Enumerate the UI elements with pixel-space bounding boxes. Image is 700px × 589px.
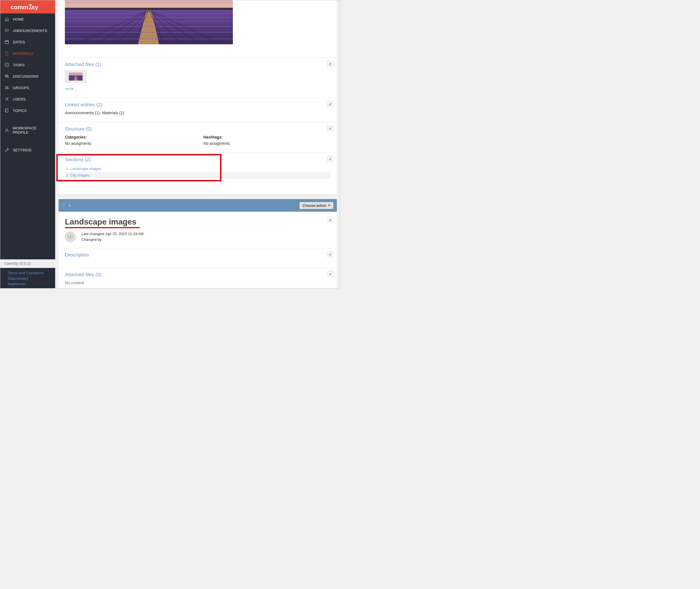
brand-logo[interactable]: comm sy	[0, 0, 55, 13]
svg-point-6	[6, 98, 7, 99]
edit-linked-button[interactable]	[327, 101, 333, 107]
sidebar-item-workspace-profile[interactable]: WORKSPACE PROFILE	[0, 123, 55, 138]
sidebar-item-announcements[interactable]: ANNOUNCEMENTS	[0, 25, 55, 36]
version-bar: CommSy 10.0.13	[0, 259, 55, 268]
sidebar-item-label: TASKS	[13, 63, 25, 67]
check-icon	[4, 62, 9, 67]
edit-structure-button[interactable]	[327, 125, 333, 132]
file-icon	[4, 51, 9, 56]
sidebar-item-label: GROUPS	[13, 86, 29, 90]
sidebar-item-topics[interactable]: TOPICS	[0, 105, 55, 116]
groups-icon	[4, 85, 9, 90]
sidebar-item-tasks[interactable]: TASKS	[0, 59, 55, 70]
attached-heading: Attached files (1)	[65, 62, 331, 67]
sidebar-item-label: DATES	[13, 40, 25, 44]
main-content: Attached files (1) more... Linked entrie…	[55, 0, 340, 288]
sidebar-item-home[interactable]: HOME	[0, 13, 55, 25]
last-changed: Last changed: Apr 25, 2023 11:19 AM	[81, 231, 144, 237]
changed-by: Changed by:	[81, 237, 144, 242]
edit-sub-attached-button[interactable]	[327, 271, 333, 277]
expand-down-icon[interactable]	[68, 203, 72, 207]
svg-point-5	[7, 86, 8, 87]
section-title-block: Landscape images	[58, 212, 337, 230]
sidebar-item-label: SETTINGS	[13, 148, 31, 152]
section-linked-entries: Linked entries (2) Announcements (1), Ma…	[58, 98, 337, 122]
svg-rect-2	[5, 40, 9, 44]
sidebar-item-label: TOPICS	[13, 109, 27, 113]
file-thumbnail[interactable]	[65, 70, 86, 83]
sidebar-item-materials[interactable]: MATERIALS	[0, 48, 55, 59]
section-detail-panel: Choose action Landscape images LD Last c…	[58, 199, 337, 288]
speech-icon	[4, 28, 9, 33]
edit-title-button[interactable]	[327, 217, 333, 223]
sidebar-item-groups[interactable]: GROUPS	[0, 82, 55, 93]
section-detail-toolbar: Choose action	[58, 199, 337, 212]
sidebar-item-dates[interactable]: DATES	[0, 36, 55, 48]
sub-attached-heading: Attached files (0)	[65, 272, 331, 278]
calendar-icon	[4, 40, 9, 44]
wrench-icon	[4, 148, 9, 152]
edit-description-button[interactable]	[327, 251, 333, 257]
book-icon	[4, 108, 9, 113]
section-structure: Structure (0) Categories: No assigments …	[58, 122, 337, 153]
description-heading: Description	[65, 252, 331, 258]
sidebar-item-label: ANNOUNCEMENTS	[13, 29, 47, 33]
choose-action-button[interactable]: Choose action	[300, 202, 333, 209]
section-link-landscape[interactable]: 1. Landscape images	[66, 167, 102, 171]
profile-icon	[4, 128, 9, 133]
svg-rect-11	[65, 8, 233, 10]
section-row: 1. Landscape images	[65, 165, 331, 172]
section-sub-attached: Attached files (0) No content	[58, 268, 337, 288]
svg-point-7	[6, 129, 7, 130]
sidebar-item-label: WORKSPACE PROFILE	[13, 126, 51, 135]
material-panel: Attached files (1) more... Linked entrie…	[58, 0, 337, 194]
section-row: 2. City images	[65, 172, 331, 179]
sidebar-item-label: HOME	[13, 17, 24, 21]
more-link[interactable]: more...	[65, 86, 76, 91]
comments-icon	[4, 74, 9, 78]
linked-text: Announcements (1), Materials (1)	[65, 111, 331, 115]
hashtags-label: Hashtags:	[203, 135, 331, 139]
sub-attached-text: No content	[65, 280, 331, 285]
svg-text:comm: comm	[11, 4, 28, 10]
hero-image	[65, 0, 337, 44]
user-icon	[4, 97, 9, 102]
collapse-up-icon[interactable]	[62, 203, 66, 207]
link-privacy[interactable]: Data privacy	[8, 276, 48, 280]
sidebar-item-settings[interactable]: SETTINGS	[0, 144, 55, 156]
svg-text:sy: sy	[32, 4, 38, 10]
categories-label: Categories:	[65, 135, 192, 139]
section-attached-files: Attached files (1) more...	[58, 57, 337, 98]
nav: HOME ANNOUNCEMENTS DATES MATERIALS TASKS…	[0, 13, 55, 156]
sidebar-item-discussions[interactable]: DISCUSSIONS	[0, 70, 55, 82]
section-sections: Sections (2) 1. Landscape images 2. City…	[58, 153, 337, 185]
footer-links: Terms and Conditions Data privacy Impres…	[0, 268, 55, 288]
linked-heading: Linked entries (2)	[65, 102, 331, 108]
link-terms[interactable]: Terms and Conditions	[8, 271, 48, 275]
meta-row: LD Last changed: Apr 25, 2023 11:19 AM C…	[58, 230, 337, 248]
categories-value: No assigments	[65, 141, 192, 146]
section-link-city[interactable]: 2. City images	[66, 173, 90, 177]
sidebar: comm sy HOME ANNOUNCEMENTS DATES	[0, 0, 55, 288]
svg-marker-15	[328, 205, 330, 206]
sidebar-item-label: DISCUSSIONS	[13, 74, 38, 78]
home-icon	[4, 17, 9, 21]
structure-heading: Structure (0)	[65, 126, 331, 132]
sidebar-item-label: USERS	[13, 97, 26, 102]
choose-action-label: Choose action	[303, 203, 326, 208]
section-title: Landscape images	[65, 217, 137, 226]
link-impressum[interactable]: Impressum	[8, 282, 48, 286]
edit-attached-button[interactable]	[327, 60, 333, 67]
section-description: Description	[58, 248, 337, 268]
edit-sections-button[interactable]	[327, 156, 333, 162]
sidebar-item-users[interactable]: USERS	[0, 93, 55, 105]
svg-point-4	[5, 86, 7, 87]
sections-heading: Sections (2)	[65, 157, 331, 163]
hashtags-value: No assigments	[203, 141, 331, 146]
sidebar-item-label: MATERIALS	[13, 51, 34, 56]
avatar[interactable]: LD	[65, 231, 76, 242]
